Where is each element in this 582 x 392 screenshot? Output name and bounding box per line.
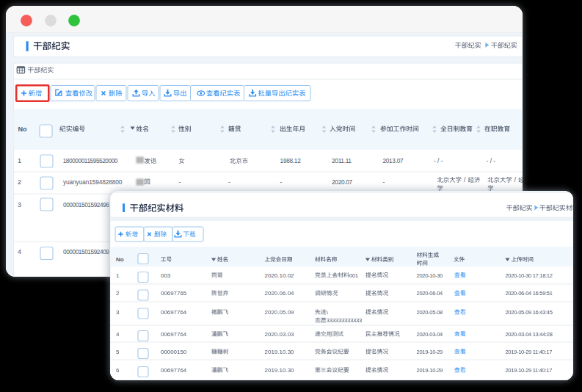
- svg-text:2020-05-08: 2020-05-08: [417, 309, 443, 316]
- svg-text:- / -: - / -: [434, 157, 443, 164]
- svg-text:2019.10.30: 2019.10.30: [265, 367, 295, 374]
- svg-text:2019-10-29: 2019-10-29: [417, 349, 443, 355]
- svg-text:3: 3: [116, 309, 120, 316]
- svg-text:2: 2: [18, 178, 21, 186]
- svg-text:2019-10-29 11:40:17: 2019-10-29 11:40:17: [505, 367, 552, 374]
- svg-text:001: 001: [349, 272, 358, 279]
- svg-text:000001501592496: 000001501592496: [63, 201, 109, 208]
- svg-text:3: 3: [18, 201, 21, 208]
- svg-text:2: 2: [116, 290, 120, 297]
- svg-text:000001501592409: 000001501592409: [63, 248, 109, 255]
- svg-text:180000011595520000: 180000011595520000: [63, 157, 118, 164]
- svg-text:yuanyuan1594828800: yuanyuan1594828800: [63, 178, 123, 186]
- svg-text:No: No: [116, 256, 124, 263]
- svg-text:2013.07: 2013.07: [382, 157, 404, 164]
- svg-text:1: 1: [116, 272, 120, 279]
- svg-text:2011.11: 2011.11: [332, 157, 352, 164]
- svg-text:2020-06-04 16:59:51: 2020-06-04 16:59:51: [505, 290, 552, 297]
- svg-text:2020.03.03: 2020.03.03: [265, 331, 295, 338]
- svg-text:2020-03-04: 2020-03-04: [417, 331, 443, 338]
- svg-text:2020.06.04: 2020.06.04: [265, 290, 295, 297]
- svg-text:-: -: [178, 178, 181, 186]
- svg-text:4: 4: [116, 331, 120, 338]
- svg-text:003: 003: [161, 272, 171, 279]
- svg-text:2019-10-29 11:40:17: 2019-10-29 11:40:17: [505, 349, 552, 355]
- svg-text:00697764: 00697764: [161, 367, 187, 374]
- svg-text:2019.10.30: 2019.10.30: [265, 349, 295, 355]
- svg-text:2020-10-30: 2020-10-30: [417, 272, 443, 279]
- svg-text:2020.05.09: 2020.05.09: [265, 309, 295, 316]
- svg-text:2020.10.02: 2020.10.02: [265, 272, 295, 279]
- svg-text:2020-03-04 13:44:28: 2020-03-04 13:44:28: [505, 331, 552, 338]
- svg-text:-: -: [280, 178, 283, 186]
- svg-text:-: -: [228, 178, 230, 186]
- svg-text:2019-10-29: 2019-10-29: [417, 367, 443, 374]
- svg-text:1: 1: [18, 157, 21, 164]
- svg-text:4: 4: [18, 248, 21, 255]
- svg-text:-: -: [382, 178, 385, 186]
- svg-text:6: 6: [116, 367, 120, 374]
- svg-text:1988.12: 1988.12: [280, 157, 302, 164]
- svg-text:2020-06-04: 2020-06-04: [417, 290, 443, 297]
- svg-text:No: No: [18, 126, 26, 133]
- svg-text:00697764: 00697764: [161, 331, 187, 338]
- svg-text:5: 5: [116, 349, 120, 355]
- svg-text:333333333333: 333333333333: [327, 317, 362, 324]
- svg-text:2020-10-30 17:18:12: 2020-10-30 17:18:12: [505, 272, 552, 279]
- svg-text:2020-05-09 16:43:45: 2020-05-09 16:43:45: [505, 309, 552, 316]
- svg-text:- / -: - / -: [487, 157, 496, 164]
- svg-text:00697764: 00697764: [161, 309, 187, 316]
- svg-text:2020.07: 2020.07: [332, 178, 353, 186]
- svg-text:00000150: 00000150: [161, 349, 187, 355]
- svg-text:00697765: 00697765: [161, 290, 187, 297]
